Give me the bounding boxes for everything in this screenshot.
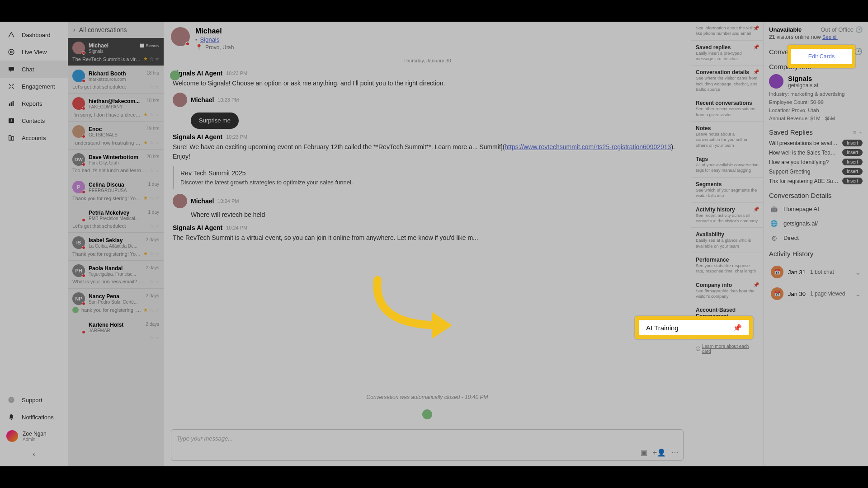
conv-preview: Let's get that scheduled: ☆ ☆ xyxy=(72,84,159,89)
activity-text: 1 page viewed xyxy=(810,291,850,297)
right-panel: Unavailable Out of Office🕑 21 visitors o… xyxy=(763,22,868,466)
avatar xyxy=(72,42,85,54)
company-detail: Industry: marketing & advertising xyxy=(769,91,863,97)
globe-icon: 🌐 xyxy=(769,218,779,228)
pin-icon[interactable]: 📌 xyxy=(733,324,742,332)
edit-cards-link[interactable]: Edit Cards xyxy=(808,53,835,60)
avatar xyxy=(72,321,85,333)
chat-messages: Signals AI Agent10:23 PM Welcome to Sign… xyxy=(164,65,691,385)
time-text: 20 hrs xyxy=(146,154,159,160)
add-icon[interactable]: + xyxy=(859,129,863,136)
time-text: 19 hrs xyxy=(146,126,159,132)
cards-panel: See information about the visitor, like … xyxy=(691,22,763,466)
card-title: Tags xyxy=(696,156,759,162)
company-detail: Employee Count: 50-99 xyxy=(769,99,863,105)
card-option[interactable]: NotesLeave notes about a conversation fo… xyxy=(691,122,763,152)
message-time: 10:23 PM xyxy=(226,134,247,140)
nav-accounts[interactable]: Accounts xyxy=(0,129,68,146)
nav-chat[interactable]: Chat xyxy=(0,61,68,78)
svg-rect-4 xyxy=(11,102,12,106)
conversation-item[interactable]: PH Paola Handal2 days Tegucigalpa, Franc… xyxy=(68,261,164,289)
card-option[interactable]: See information about the visitor, like … xyxy=(691,22,763,41)
conversation-item[interactable]: Petria Mckelvey1 day PMB Precision Medic… xyxy=(68,205,164,233)
link-card[interactable]: Rev Tech Summit 2025Discover the latest … xyxy=(173,166,682,190)
conversation-item[interactable]: Enoc19 hrs GETSIGNALS I understand how f… xyxy=(68,122,164,150)
conv-preview: Too bad it's not lunch and learn pizza d… xyxy=(72,168,159,173)
contact-location: Provo, Utah xyxy=(205,44,234,51)
nav-notifications[interactable]: Notifications xyxy=(0,408,68,426)
nav-user[interactable]: Zoe Ngan Admin xyxy=(0,426,68,446)
collapse-nav-button[interactable]: ‹ xyxy=(0,446,68,462)
user-name: Zoe Ngan xyxy=(23,431,47,437)
filter-icon[interactable]: ≡ xyxy=(853,129,857,136)
card-description: Leave notes about a conversation for you… xyxy=(696,131,759,148)
time-text: 18 hrs xyxy=(146,98,159,104)
conversation-item[interactable]: DW Dave Winterbottom20 hrs Park City, Ut… xyxy=(68,150,164,177)
pin-icon[interactable]: 📌 xyxy=(753,69,760,75)
chevron-down-icon: ⌄ xyxy=(855,290,861,298)
card-option[interactable]: Company infoSee firmographic data bout t… xyxy=(691,278,763,304)
insert-button[interactable]: Insert xyxy=(842,149,863,156)
card-option[interactable]: Saved repliesEasily insert a pre-typed m… xyxy=(691,41,763,66)
insert-button[interactable]: Insert xyxy=(842,159,863,165)
conversation-item[interactable]: Karlene Holst2 days JAREMAR ☆ ☆ xyxy=(68,317,164,344)
card-option[interactable]: PerformanceSee your stats like response … xyxy=(691,253,763,278)
pin-icon[interactable]: 📌 xyxy=(753,25,760,31)
quick-reply-button[interactable]: Surprise me xyxy=(191,113,239,129)
card-option[interactable]: Conversation detailsSee where the visito… xyxy=(691,66,763,96)
activity-row[interactable]: 📅Jan 311 bot chat⌄ xyxy=(769,261,863,283)
reply-text: How are you Identifying? xyxy=(769,159,840,165)
conv-name: Celina Discua xyxy=(89,182,124,188)
card-option[interactable]: TagsAll of your available conversation t… xyxy=(691,152,763,178)
pin-icon[interactable]: 📌 xyxy=(753,44,760,50)
chat-panel: Michael ▪Signals 📍Provo, Utah Thursday, … xyxy=(164,22,691,466)
insert-button[interactable]: Insert xyxy=(842,140,863,146)
conversation-item[interactable]: hiethan@fakecom...18 hrs FAKECOMPANY I'm… xyxy=(68,94,164,122)
engagement-icon xyxy=(7,82,15,90)
company-block: Signals getsignals.ai xyxy=(769,74,863,89)
avatar xyxy=(72,125,85,138)
saved-reply-row: How are you Identifying?Insert xyxy=(769,159,863,165)
video-icon[interactable]: ▣ xyxy=(641,448,647,457)
svg-rect-8 xyxy=(9,136,11,141)
conversation-item[interactable]: IS Isabel Seklay2 days La Ceiba, Atlánti… xyxy=(68,233,164,261)
reply-text: How well is the Sales Team e... xyxy=(769,150,840,156)
conversation-item[interactable]: Richard Booth18 hrs marketsource.com Let… xyxy=(68,66,164,94)
highlight-ai-training: AI Training 📌 xyxy=(635,316,753,339)
nav-engagement[interactable]: Engagement xyxy=(0,78,68,95)
date-divider: Thursday, January 30 xyxy=(164,56,691,65)
card-option[interactable]: Recent conversationsSee other recent con… xyxy=(691,96,763,122)
insert-button[interactable]: Insert xyxy=(842,178,863,184)
svg-point-1 xyxy=(10,51,12,53)
conversation-item[interactable]: NP Nancy Pena2 days San Pedro Sula, Cort… xyxy=(68,289,164,317)
card-option[interactable]: AvailabilityEasily see at a glance who i… xyxy=(691,228,763,253)
nav-dashboard[interactable]: Dashboard xyxy=(0,26,68,43)
review-checkbox[interactable]: Review xyxy=(140,42,159,49)
insert-button[interactable]: Insert xyxy=(842,168,863,175)
message-input[interactable]: Type your message... ▣ +👤 ⋯ xyxy=(171,429,684,461)
nav-support[interactable]: ?Support xyxy=(0,391,68,408)
conv-list-header[interactable]: › All conversations xyxy=(68,22,164,38)
nav-reports[interactable]: Reports xyxy=(0,95,68,112)
pin-icon[interactable]: 📌 xyxy=(753,206,760,212)
activity-row[interactable]: 📅Jan 301 page viewed⌄ xyxy=(769,283,863,305)
company-link[interactable]: Signals xyxy=(200,36,220,43)
message-link[interactable]: https://www.revtechsummit.com/rts25-regi… xyxy=(505,143,671,150)
see-all-link[interactable]: See all xyxy=(822,34,838,40)
learn-more-link[interactable]: ⓘLearn more about each card xyxy=(691,340,763,357)
card-option[interactable]: SegmentsSee which of your segments the v… xyxy=(691,178,763,203)
more-icon[interactable]: ⋯ xyxy=(671,448,679,457)
conv-preview: ☆ ☆ xyxy=(72,335,159,340)
pin-icon[interactable]: 📌 xyxy=(753,282,760,288)
conv-name: Paola Handal xyxy=(89,265,123,272)
avatar xyxy=(72,97,85,110)
svg-point-7 xyxy=(11,119,12,121)
card-option[interactable]: Activity historySee recent activity acro… xyxy=(691,203,763,228)
conversation-item[interactable]: MichaelReview Signals The RevTech Summit… xyxy=(68,38,164,66)
nav-liveview[interactable]: Live View xyxy=(0,43,68,61)
svg-text:?: ? xyxy=(10,398,12,402)
saved-reply-row: Support GreetingInsert xyxy=(769,168,863,175)
nav-contacts[interactable]: Contacts xyxy=(0,112,68,129)
add-user-icon[interactable]: +👤 xyxy=(653,448,666,457)
conversation-item[interactable]: P Celina Discua1 day PEERGROUPUSA Thank … xyxy=(68,177,164,205)
